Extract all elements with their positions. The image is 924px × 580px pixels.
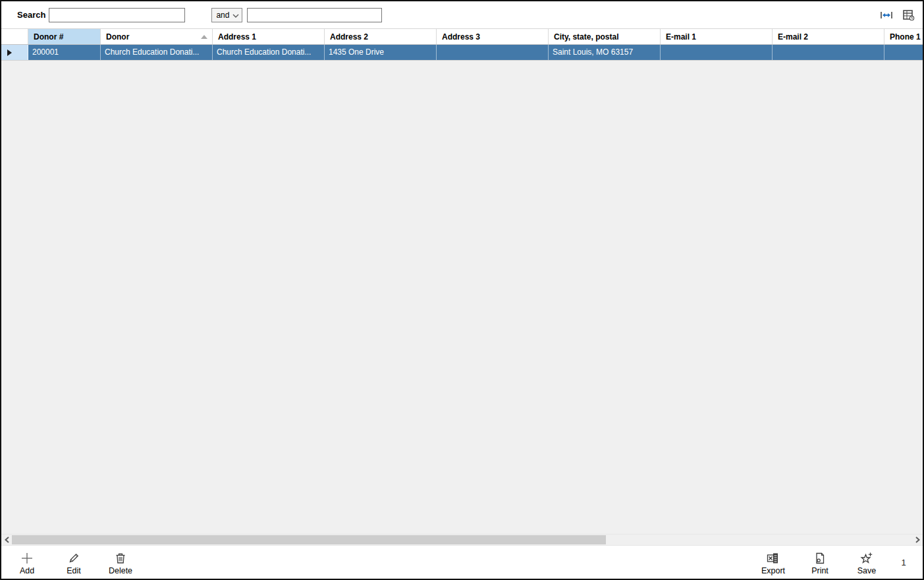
star-plus-icon: [859, 551, 874, 565]
print-button[interactable]: Print: [798, 548, 842, 578]
column-header-phone1[interactable]: Phone 1: [884, 29, 923, 44]
record-count: 1: [888, 558, 919, 567]
grid-layout-icon[interactable]: [902, 8, 916, 22]
print-preview-icon: [813, 551, 827, 565]
scrollbar-thumb[interactable]: [12, 535, 606, 544]
excel-export-icon: [766, 551, 780, 565]
save-button[interactable]: Save: [845, 548, 888, 578]
scroll-right-arrow-icon[interactable]: [912, 534, 923, 546]
column-header-address2[interactable]: Address 2: [325, 29, 437, 44]
cell-address2[interactable]: 1435 One Drive: [325, 45, 437, 60]
toolbar-left-group: Add Edit: [5, 546, 142, 578]
column-header-email2[interactable]: E-mail 2: [773, 29, 884, 44]
chevron-down-icon: [232, 11, 239, 20]
column-header-address1[interactable]: Address 1: [213, 29, 325, 44]
horizontal-scrollbar: [1, 534, 923, 546]
export-button[interactable]: Export: [751, 548, 795, 578]
top-right-icons: [879, 8, 916, 22]
edit-button[interactable]: Edit: [52, 548, 95, 578]
fit-columns-width-icon[interactable]: [879, 8, 894, 22]
grid-empty-area: [1, 61, 923, 534]
search-operator-select[interactable]: and: [211, 8, 242, 22]
scrollbar-track[interactable]: [12, 535, 912, 544]
plus-icon: [20, 551, 34, 565]
cell-donor-number[interactable]: 200001: [28, 45, 101, 60]
column-header-email1[interactable]: E-mail 1: [661, 29, 773, 44]
delete-button[interactable]: Delete: [99, 548, 142, 578]
search-input-2[interactable]: [247, 8, 382, 22]
search-input-1[interactable]: [49, 8, 185, 22]
column-header-address3[interactable]: Address 3: [437, 29, 549, 44]
cell-address1[interactable]: Church Education Donati...: [213, 45, 325, 60]
grid-header-row: Donor # Donor Address 1 Address 2 Addres…: [1, 29, 923, 45]
column-header-donor-number[interactable]: Donor #: [28, 29, 101, 44]
scroll-left-arrow-icon[interactable]: [1, 534, 12, 546]
row-indicator-header: [1, 29, 28, 44]
toolbar-right-group: Export Print: [751, 546, 888, 578]
current-row-arrow-icon: [7, 49, 12, 56]
trash-icon: [114, 551, 127, 565]
search-bar: Search and: [1, 1, 923, 29]
row-indicator-cell: [1, 45, 28, 60]
cell-email2[interactable]: [773, 45, 884, 60]
sort-ascending-icon: [201, 35, 207, 39]
cell-phone1[interactable]: [884, 45, 923, 60]
cell-donor[interactable]: Church Education Donati...: [101, 45, 213, 60]
cell-address3[interactable]: [437, 45, 549, 60]
cell-city-state-postal[interactable]: Saint Louis, MO 63157: [549, 45, 661, 60]
table-row[interactable]: 200001 Church Education Donati... Church…: [1, 45, 923, 61]
column-header-donor[interactable]: Donor: [101, 29, 213, 44]
pencil-icon: [67, 551, 80, 565]
bottom-toolbar: Add Edit: [1, 546, 923, 579]
app-window: Search and: [0, 0, 924, 580]
search-label: Search: [17, 10, 45, 20]
search-operator-value: and: [216, 11, 229, 20]
add-button[interactable]: Add: [5, 548, 49, 578]
cell-email1[interactable]: [661, 45, 773, 60]
column-header-city-state-postal[interactable]: City, state, postal: [549, 29, 661, 44]
